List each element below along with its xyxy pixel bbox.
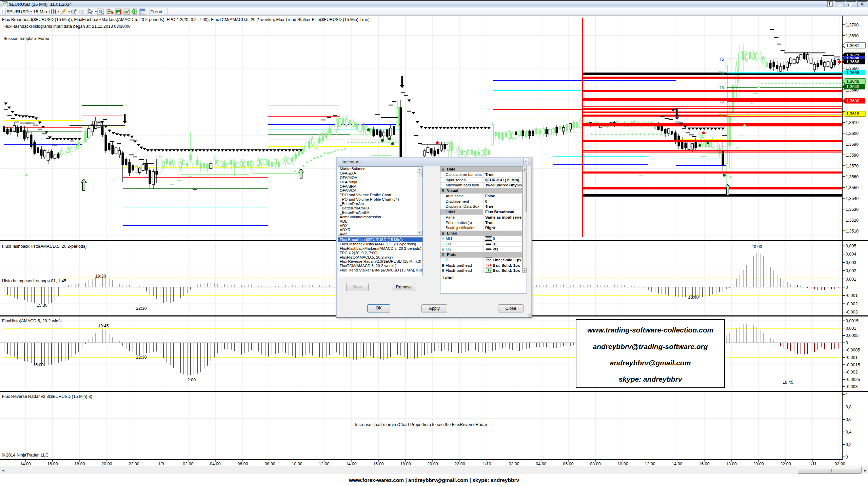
svg-text:1,3510: 1,3510 — [846, 229, 859, 234]
svg-text:T2: T2 — [719, 99, 724, 104]
svg-text:19:45: 19:45 — [98, 324, 108, 328]
svg-text:FluxFlashbackHistograms input: FluxFlashbackHistograms input data began… — [3, 24, 131, 29]
svg-text:18:00: 18:00 — [74, 462, 85, 466]
svg-text:-0,0005: -0,0005 — [846, 348, 860, 352]
svg-text:T5: T5 — [719, 57, 724, 62]
svg-text:0,001: 0,001 — [846, 277, 856, 282]
svg-text:© 2014 NinjaTrader, LLC: © 2014 NinjaTrader, LLC — [2, 453, 48, 458]
svg-text:0,0015: 0,0015 — [846, 319, 859, 323]
svg-text:08:00: 08:00 — [590, 462, 600, 466]
svg-text:20:00: 20:00 — [427, 462, 438, 466]
svg-text:16:00: 16:00 — [47, 462, 58, 466]
svg-text:Flux Reverse Radar v2.3($EURUS: Flux Reverse Radar v2.3($EURUSD (15 Min)… — [2, 394, 92, 399]
svg-text:-0,001: -0,001 — [846, 355, 857, 360]
svg-text:1,3666: 1,3666 — [846, 60, 859, 64]
svg-text:19:30: 19:30 — [95, 274, 106, 279]
svg-text:1,3570: 1,3570 — [846, 164, 859, 168]
svg-text:-0,001: -0,001 — [846, 293, 857, 298]
svg-text:1: 1 — [846, 392, 848, 397]
svg-text:14:00: 14:00 — [672, 462, 682, 466]
svg-text:10:00: 10:00 — [617, 462, 628, 466]
svg-text:14:00: 14:00 — [346, 462, 356, 466]
svg-text:T3: T3 — [719, 85, 724, 90]
svg-text:22:00: 22:00 — [129, 462, 139, 466]
svg-text:04:00: 04:00 — [210, 462, 220, 466]
svg-text:0,004: 0,004 — [846, 252, 856, 257]
svg-text:18:00: 18:00 — [400, 462, 411, 466]
svg-text:1,3681: 1,3681 — [846, 43, 859, 48]
svg-text:06:00: 06:00 — [237, 462, 248, 466]
svg-text:02:00: 02:00 — [509, 462, 519, 466]
svg-text:Increase chart margin (Chart P: Increase chart margin (Chart Properties)… — [355, 422, 487, 427]
svg-text:1,3643: 1,3643 — [846, 84, 859, 89]
svg-text:1,3690: 1,3690 — [846, 34, 859, 38]
svg-text:0,8: 0,8 — [846, 405, 851, 409]
svg-text:1,3656: 1,3656 — [846, 70, 859, 75]
svg-text:$: $ — [133, 9, 135, 14]
svg-text:20:00: 20:00 — [101, 462, 112, 466]
svg-text:15:00: 15:00 — [688, 295, 698, 300]
svg-text:1,3630: 1,3630 — [846, 99, 859, 103]
svg-text:0: 0 — [846, 285, 848, 290]
svg-text:T4: T4 — [719, 70, 724, 76]
svg-text:12:00: 12:00 — [319, 462, 329, 466]
svg-text:0,0005: 0,0005 — [846, 333, 859, 338]
svg-text:1,3618: 1,3618 — [846, 112, 859, 116]
svg-text:02:00: 02:00 — [183, 462, 193, 466]
svg-text:18:45: 18:45 — [783, 380, 793, 385]
svg-text:1,3700: 1,3700 — [846, 23, 859, 27]
svg-text:-0,002: -0,002 — [846, 370, 857, 374]
svg-text:1,3610: 1,3610 — [846, 120, 859, 125]
svg-text:20:00: 20:00 — [751, 244, 762, 249]
svg-text:15:00: 15:00 — [33, 363, 43, 367]
svg-text:0,6: 0,6 — [846, 417, 851, 422]
svg-text:1/9: 1/9 — [158, 462, 164, 466]
svg-text:Flux Broadhead($EURUSD (15 Min: Flux Broadhead($EURUSD (15 Min)), FluxFl… — [2, 17, 370, 22]
svg-text:0,2: 0,2 — [846, 442, 851, 447]
svg-text:14:00: 14:00 — [20, 462, 31, 466]
svg-text:1,3600: 1,3600 — [846, 131, 859, 136]
svg-text:22:00: 22:00 — [454, 462, 465, 466]
svg-text:08:00: 08:00 — [264, 462, 275, 466]
svg-text:1,3550: 1,3550 — [846, 185, 859, 190]
svg-text:0,4: 0,4 — [846, 430, 851, 434]
svg-text:1,3530: 1,3530 — [846, 207, 859, 212]
svg-text:-0,0025: -0,0025 — [846, 377, 860, 382]
svg-text:-0,0015: -0,0015 — [846, 363, 860, 367]
svg-text:1/11: 1/11 — [809, 462, 816, 466]
svg-text:10:00: 10:00 — [292, 462, 302, 466]
svg-text:02:00: 02:00 — [834, 462, 845, 466]
svg-text:22:00: 22:00 — [780, 462, 791, 466]
svg-text:Session template: Forex: Session template: Forex — [3, 36, 50, 41]
svg-text:1,3560: 1,3560 — [846, 175, 859, 179]
svg-text:FluxHisto(AMACD,5, 20 2-wks): FluxHisto(AMACD,5, 20 2-wks) — [2, 319, 61, 323]
svg-text:18:00: 18:00 — [726, 462, 736, 466]
svg-text:1,3590: 1,3590 — [846, 142, 859, 147]
svg-text:-0,003: -0,003 — [846, 310, 857, 315]
svg-text:22:30: 22:30 — [136, 306, 146, 311]
svg-text:-0,002: -0,002 — [846, 302, 857, 306]
svg-text:FluxFlashbackHisto(AMACD,5, 20: FluxFlashbackHisto(AMACD,5, 20 2-periods… — [2, 244, 86, 249]
svg-text:0: 0 — [846, 455, 848, 460]
svg-text:12:00: 12:00 — [645, 462, 655, 466]
svg-text:1,3648: 1,3648 — [846, 79, 859, 84]
svg-text:0,003: 0,003 — [846, 260, 856, 265]
svg-text:20:00: 20:00 — [753, 462, 764, 466]
svg-text:22:30: 22:30 — [136, 355, 146, 360]
svg-text:0,002: 0,002 — [846, 268, 856, 273]
svg-text:2:00: 2:00 — [188, 378, 196, 382]
svg-text:1,3520: 1,3520 — [846, 218, 859, 223]
svg-text:04:00: 04:00 — [536, 462, 546, 466]
svg-text:T1: T1 — [719, 113, 724, 118]
svg-text:16:00: 16:00 — [373, 462, 383, 466]
svg-text:1,3580: 1,3580 — [846, 153, 859, 158]
svg-text:Histo being used: января 01, 1: Histo being used: января 01, 1:45 — [2, 279, 66, 283]
svg-text:16:00: 16:00 — [699, 462, 709, 466]
svg-text:06:00: 06:00 — [563, 462, 573, 466]
svg-text:-0,003: -0,003 — [846, 384, 857, 389]
svg-text:0: 0 — [846, 341, 848, 345]
svg-text:0,001: 0,001 — [846, 326, 856, 331]
svg-text:15:30: 15:30 — [37, 303, 47, 308]
svg-text:0,005: 0,005 — [846, 244, 856, 248]
svg-text:1/10: 1/10 — [483, 462, 491, 466]
